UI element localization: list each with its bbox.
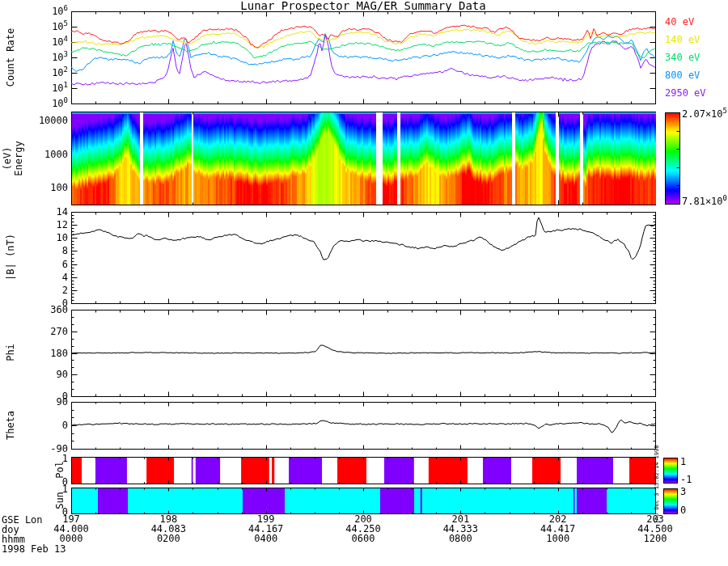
- y-tick-label-phi: 360: [50, 305, 68, 315]
- y-axis-title-bmag: |B| (nT): [6, 234, 16, 281]
- sun-colorbar-min-label: 0: [680, 505, 686, 515]
- y-axis-title-theta: Theta: [6, 411, 16, 440]
- y-tick-label-count-rate: 104: [52, 37, 68, 48]
- y-tick-label-sun: 1: [62, 484, 68, 494]
- y-tick-label-bmag: 6: [62, 260, 68, 269]
- x-tick-label-hhmm: 0800: [449, 534, 472, 543]
- y-tick-label-bmag: 12: [57, 220, 68, 230]
- y-tick-label-theta: 0: [62, 420, 68, 430]
- x-tick-label-hhmm: 1200: [644, 534, 667, 543]
- x-tick-label-hhmm: 1000: [546, 534, 569, 543]
- y-axis-title-energy: (eV)Energy: [2, 141, 24, 175]
- y-tick-label-bmag: 4: [62, 272, 68, 282]
- spectrogram-colorbar-max-label: 2.07×105: [682, 109, 727, 120]
- y-tick-label-theta: 90: [57, 397, 68, 407]
- y-tick-label-bmag: 14: [57, 207, 68, 217]
- y-axis-title-energy-line2: Energy: [13, 141, 24, 175]
- y-tick-label-energy: 1000: [44, 150, 68, 159]
- x-tick-label-hhmm: 0400: [254, 534, 277, 543]
- x-tick-label-hhmm: 0000: [60, 534, 83, 543]
- legend-item-140ev: 140 eV: [665, 34, 700, 45]
- x-tick-label-hhmm: 0200: [157, 534, 180, 543]
- y-tick-label-energy: 10000: [39, 116, 68, 125]
- y-tick-label-energy: 100: [50, 183, 68, 192]
- sun-colorbar-max-label: 3: [680, 487, 686, 496]
- y-tick-label-phi: 90: [57, 370, 68, 379]
- y-tick-label-count-rate: 102: [52, 68, 68, 78]
- legend-item-340ev: 340 eV: [665, 52, 700, 63]
- y-tick-label-phi: 270: [50, 327, 68, 336]
- legend-item-40ev: 40 eV: [665, 16, 694, 27]
- plot-canvas: [0, 0, 728, 566]
- y-axis-title-phi: Phi: [6, 344, 16, 361]
- spectrogram-colorbar-min-label: 7.81×100: [682, 196, 727, 207]
- y-axis-title-count-rate: Count Rate: [6, 28, 16, 87]
- lunar-prospector-summary-plot: Lunar Prospector MAG/ER Summary Data Cou…: [0, 0, 728, 566]
- creation-timestamp: Thu Dec 3 15:02:14 1998: [654, 446, 660, 524]
- y-tick-label-count-rate: 100: [52, 99, 68, 109]
- pol-colorbar-max-label: 1: [680, 457, 686, 467]
- y-tick-label-bmag: 10: [57, 233, 68, 243]
- pol-colorbar-min-label: -1: [680, 475, 692, 484]
- y-tick-label-bmag: 2: [62, 285, 68, 295]
- x-tick-label-hhmm: 0600: [352, 534, 375, 543]
- legend-item-800ev: 800 eV: [665, 70, 700, 81]
- y-tick-label-count-rate: 103: [52, 53, 68, 63]
- date-label: 1998 Feb 13: [2, 543, 66, 555]
- page-title: Lunar Prospector MAG/ER Summary Data: [240, 1, 485, 11]
- y-tick-label-count-rate: 105: [52, 22, 68, 32]
- y-tick-label-pol: 1: [62, 454, 68, 463]
- y-tick-label-count-rate: 101: [52, 83, 68, 94]
- y-tick-label-count-rate: 106: [52, 6, 68, 17]
- legend-item-2950ev: 2950 eV: [665, 87, 706, 99]
- y-tick-label-phi: 180: [50, 348, 68, 358]
- y-axis-title-energy-line1: (eV): [2, 141, 13, 175]
- y-tick-label-bmag: 8: [62, 246, 68, 256]
